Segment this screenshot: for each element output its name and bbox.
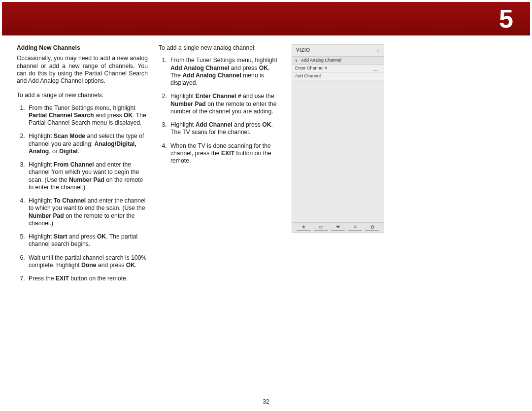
menu-brand: VIZIO [296,47,310,54]
range-step-3: Highlight From Channel and enter the cha… [27,161,148,191]
range-lead: To add a range of new channels: [17,92,148,99]
section-title: Adding New Channels [17,44,148,52]
column-right: VIZIO ⌂ Add Analog Channel Enter Channel… [292,44,384,288]
page-body: Adding New Channels Occasionally, you ma… [0,35,532,288]
range-step-4: Highlight To Channel and enter the chann… [27,197,148,227]
menu-row-label: Enter Channel # [295,66,327,71]
tv-menu-screenshot: VIZIO ⌂ Add Analog Channel Enter Channel… [292,44,384,233]
single-step-1: From the Tuner Settings menu, highlight … [168,57,281,87]
home-icon: ⌂ [377,48,380,53]
v-icon: ❤ [331,224,345,231]
range-step-1: From the Tuner Settings menu, highlight … [27,104,148,127]
intro-paragraph: Occasionally, you may need to add a new … [17,55,148,85]
back-icon [295,59,297,62]
star-icon: ★ [297,224,311,231]
column-left: Adding New Channels Occasionally, you ma… [17,44,148,288]
single-lead: To add a single new analog channel: [159,44,281,52]
page-number: 32 [263,398,269,405]
rect-icon: ▭ [314,224,328,231]
column-middle: To add a single new analog channel: From… [159,44,281,288]
menu-footer: ★ ▭ ❤ ✕ ✿ [292,222,384,232]
range-step-6: Wait until the partial channel search is… [27,254,148,270]
menu-row-label: Add Channel [295,73,321,79]
menu-title-label: Add Analog Channel [301,58,341,63]
menu-row-value: __ [373,66,378,71]
single-steps-list: From the Tuner Settings menu, highlight … [159,57,281,165]
menu-row-add-channel: Add Channel [292,72,384,80]
gear-icon: ✿ [365,224,379,231]
range-step-2: Highlight Scan Mode and select the type … [27,133,148,155]
range-steps-list: From the Tuner Settings menu, highlight … [17,104,148,283]
single-step-3: Highlight Add Channel and press OK. The … [168,121,281,137]
chapter-header: 5 [2,2,530,35]
chapter-number: 5 [499,4,513,34]
range-step-7: Press the EXIT button on the remote. [27,275,148,282]
menu-row-enter-channel: Enter Channel # __ [292,65,384,72]
menu-header: VIZIO ⌂ [292,45,384,57]
single-step-2: Highlight Enter Channel # and use the Nu… [168,93,281,115]
menu-title-row: Add Analog Channel [292,57,384,65]
range-step-5: Highlight Start and press OK. The partia… [27,233,148,248]
single-step-4: When the TV is done scanning for the cha… [168,142,281,165]
x-icon: ✕ [348,224,362,231]
